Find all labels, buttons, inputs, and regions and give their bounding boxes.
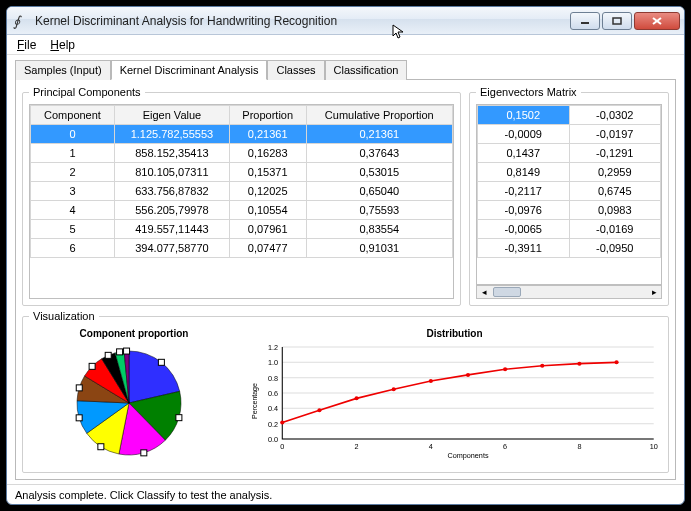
menubar: File Help	[7, 35, 684, 55]
close-button[interactable]	[634, 12, 680, 30]
window-title: Kernel Discriminant Analysis for Handwri…	[35, 14, 568, 28]
tab-strip: Samples (Input) Kernel Discriminant Anal…	[7, 55, 684, 79]
app-window: ∮ Kernel Discriminant Analysis for Handw…	[6, 6, 685, 505]
table-row[interactable]: -0,0065-0,0169	[478, 220, 661, 239]
svg-text:1.0: 1.0	[268, 359, 278, 367]
titlebar[interactable]: ∮ Kernel Discriminant Analysis for Handw…	[7, 7, 684, 35]
svg-text:0: 0	[280, 443, 284, 451]
pie-chart: Component proportion	[29, 328, 239, 466]
pc-table-scroll[interactable]: Component Eigen Value Proportion Cumulat…	[29, 104, 454, 299]
table-row[interactable]: 0,1502-0,0302	[478, 106, 661, 125]
svg-point-42	[503, 367, 507, 371]
eig-hscroll[interactable]: ◂ ▸	[476, 285, 662, 299]
eig-table[interactable]: 0,1502-0,0302-0,0009-0,01970,1437-0,1291…	[477, 105, 661, 258]
svg-rect-9	[76, 385, 82, 391]
maximize-button[interactable]	[602, 12, 632, 30]
table-row[interactable]: 01.125.782,555530,213610,21361	[31, 125, 453, 144]
svg-text:0.8: 0.8	[268, 375, 278, 383]
svg-text:0.6: 0.6	[268, 390, 278, 398]
svg-rect-6	[141, 450, 147, 456]
minimize-button[interactable]	[570, 12, 600, 30]
table-row[interactable]: 0,81490,2959	[478, 163, 661, 182]
pc-th-prop[interactable]: Proportion	[229, 106, 306, 125]
menu-file[interactable]: File	[17, 38, 36, 52]
svg-rect-11	[105, 352, 111, 358]
table-row[interactable]: -0,21170,6745	[478, 182, 661, 201]
svg-text:10: 10	[650, 443, 658, 451]
svg-rect-5	[176, 415, 182, 421]
svg-text:2: 2	[355, 443, 359, 451]
statusbar: Analysis complete. Click Classify to tes…	[7, 484, 684, 504]
svg-rect-12	[117, 349, 123, 355]
visualization-group: Visualization Component proportion Distr…	[22, 310, 669, 473]
pc-legend: Principal Components	[29, 86, 145, 98]
eigenvectors-group: Eigenvectors Matrix 0,1502-0,0302-0,0009…	[469, 86, 669, 306]
svg-rect-13	[124, 348, 130, 354]
table-row[interactable]: 1858.152,354130,162830,37643	[31, 144, 453, 163]
scroll-right-icon[interactable]: ▸	[647, 287, 661, 297]
scroll-left-icon[interactable]: ◂	[477, 287, 491, 297]
table-row[interactable]: 3633.756,878320,120250,65040	[31, 182, 453, 201]
pc-th-eigen[interactable]: Eigen Value	[114, 106, 229, 125]
svg-rect-10	[89, 363, 95, 369]
svg-point-45	[614, 360, 618, 364]
table-row[interactable]: -0,3911-0,0950	[478, 239, 661, 258]
svg-rect-1	[613, 18, 621, 24]
app-icon: ∮	[13, 13, 29, 29]
line-svg: 0.00.20.40.60.81.01.20246810PercentageCo…	[247, 341, 662, 461]
tab-kda[interactable]: Kernel Discriminant Analysis	[111, 60, 268, 80]
eig-legend: Eigenvectors Matrix	[476, 86, 581, 98]
viz-legend: Visualization	[29, 310, 99, 322]
tab-classification[interactable]: Classification	[325, 60, 408, 80]
svg-text:8: 8	[577, 443, 581, 451]
scroll-thumb[interactable]	[493, 287, 521, 297]
pc-th-component[interactable]: Component	[31, 106, 115, 125]
line-chart: Distribution 0.00.20.40.60.81.01.2024681…	[247, 328, 662, 466]
svg-text:4: 4	[429, 443, 433, 451]
svg-text:6: 6	[503, 443, 507, 451]
tab-body: Principal Components Component Eigen Val…	[15, 79, 676, 480]
table-row[interactable]: 0,1437-0,1291	[478, 144, 661, 163]
svg-point-38	[354, 396, 358, 400]
table-row[interactable]: 2810.105,073110,153710,53015	[31, 163, 453, 182]
svg-text:1.2: 1.2	[268, 344, 278, 352]
tab-samples[interactable]: Samples (Input)	[15, 60, 111, 80]
pc-table[interactable]: Component Eigen Value Proportion Cumulat…	[30, 105, 453, 258]
principal-components-group: Principal Components Component Eigen Val…	[22, 86, 461, 306]
line-title: Distribution	[247, 328, 662, 339]
table-row[interactable]: -0,0009-0,0197	[478, 125, 661, 144]
svg-rect-8	[76, 415, 82, 421]
menu-help[interactable]: Help	[50, 38, 75, 52]
pie-title: Component proportion	[29, 328, 239, 339]
tab-classes[interactable]: Classes	[267, 60, 324, 80]
svg-text:Components: Components	[447, 452, 489, 460]
pc-th-cum[interactable]: Cumulative Proportion	[306, 106, 452, 125]
svg-point-40	[429, 379, 433, 383]
table-row[interactable]: 4556.205,799780,105540,75593	[31, 201, 453, 220]
eig-table-scroll[interactable]: 0,1502-0,0302-0,0009-0,01970,1437-0,1291…	[476, 104, 662, 285]
pie-svg	[29, 341, 229, 461]
svg-text:Percentage: Percentage	[251, 383, 259, 419]
svg-text:0.2: 0.2	[268, 421, 278, 429]
svg-text:0.4: 0.4	[268, 405, 278, 413]
table-row[interactable]: 6394.077,587700,074770,91031	[31, 239, 453, 258]
svg-point-41	[466, 373, 470, 377]
svg-text:0.0: 0.0	[268, 436, 278, 444]
svg-point-36	[280, 421, 284, 425]
svg-rect-7	[98, 444, 104, 450]
svg-point-39	[392, 387, 396, 391]
svg-point-37	[317, 408, 321, 412]
svg-point-44	[577, 362, 581, 366]
table-row[interactable]: -0,09760,0983	[478, 201, 661, 220]
table-row[interactable]: 5419.557,114430,079610,83554	[31, 220, 453, 239]
status-text: Analysis complete. Click Classify to tes…	[15, 489, 272, 501]
svg-point-43	[540, 364, 544, 368]
svg-rect-4	[158, 359, 164, 365]
